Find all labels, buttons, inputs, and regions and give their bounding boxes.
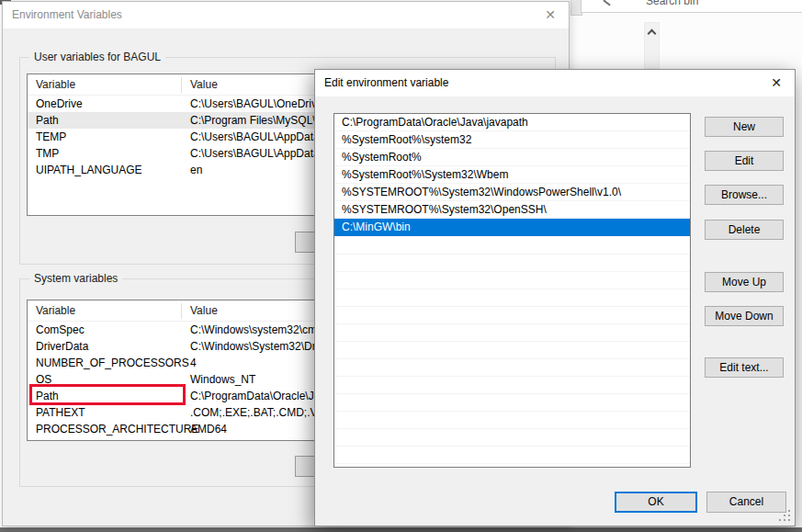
column-header-variable[interactable]: Variable xyxy=(36,300,75,321)
explorer-scrollbar[interactable] xyxy=(644,22,660,69)
ok-button[interactable]: OK xyxy=(615,492,697,513)
column-header-value[interactable]: Value xyxy=(190,300,218,321)
variable-cell[interactable]: NUMBER_OF_PROCESSORS xyxy=(36,355,189,371)
variable-cell[interactable]: PROCESSOR_ARCHITECTURE xyxy=(36,421,198,437)
variable-cell[interactable]: OneDrive xyxy=(36,96,83,112)
resize-grip[interactable] xyxy=(778,509,790,521)
move-down-button[interactable]: Move Down xyxy=(705,306,784,326)
new-button[interactable]: New xyxy=(705,117,784,137)
value-cell[interactable]: .COM;.EXE;.BAT;.CMD;.VBS xyxy=(190,404,332,421)
value-cell[interactable]: C:\Users\BAGUL\AppData\ xyxy=(190,129,322,145)
search-icon xyxy=(603,0,610,6)
variable-cell[interactable]: DriverData xyxy=(36,338,88,355)
close-icon[interactable]: ✕ xyxy=(539,6,561,25)
background-bottom-edge xyxy=(0,527,802,532)
screen: Search bin Environment Variables ✕ User … xyxy=(0,0,802,532)
cancel-button[interactable]: Cancel xyxy=(706,492,786,513)
variable-cell[interactable]: TMP xyxy=(36,145,59,162)
path-highlight-annotation xyxy=(29,384,186,405)
column-header-value[interactable]: Value xyxy=(190,74,218,95)
env-dialog-titlebar: Environment Variables ✕ xyxy=(3,2,569,28)
column-separator[interactable] xyxy=(181,303,182,319)
listbox-empty-area[interactable] xyxy=(334,237,690,467)
move-up-button[interactable]: Move Up xyxy=(705,272,784,292)
value-cell[interactable]: AMD64 xyxy=(190,421,227,437)
list-item[interactable]: %SYSTEMROOT%\System32\OpenSSH\ xyxy=(334,201,690,219)
variable-cell[interactable]: PATHEXT xyxy=(36,404,85,421)
edit-text-button[interactable]: Edit text... xyxy=(705,357,784,378)
scrollbar-up-arrow-icon[interactable] xyxy=(648,29,657,39)
list-item[interactable]: %SystemRoot% xyxy=(334,149,690,166)
variable-cell[interactable]: UIPATH_LANGUAGE xyxy=(36,162,142,178)
list-item[interactable]: C:\ProgramData\Oracle\Java\javapath xyxy=(334,114,690,131)
browse-button[interactable]: Browse... xyxy=(705,185,784,205)
variable-cell[interactable]: Path xyxy=(36,112,59,129)
value-cell[interactable]: C:\ProgramData\Oracle\Ja xyxy=(190,388,320,404)
delete-button[interactable]: Delete xyxy=(705,220,784,240)
value-cell[interactable]: 4 xyxy=(190,355,197,371)
edit-dialog-titlebar: Edit environment variable ✕ xyxy=(315,70,795,96)
value-cell[interactable]: C:\Users\BAGUL\AppData\ xyxy=(190,145,322,162)
value-cell[interactable]: C:\Windows\System32\Dr xyxy=(190,338,316,355)
value-cell[interactable]: C:\Users\BAGUL\OneDrive xyxy=(190,96,323,112)
column-header-variable[interactable]: Variable xyxy=(36,74,75,95)
value-cell[interactable]: Windows_NT xyxy=(190,371,255,388)
edit-dialog-title: Edit environment variable xyxy=(324,70,448,96)
column-separator[interactable] xyxy=(181,77,182,93)
value-cell[interactable]: C:\Windows\system32\cm xyxy=(190,322,317,338)
list-item[interactable]: %SYSTEMROOT%\System32\WindowsPowerShell\… xyxy=(334,184,690,201)
path-entries-listbox[interactable]: C:\ProgramData\Oracle\Java\javapath %Sys… xyxy=(333,113,691,468)
value-cell[interactable]: en xyxy=(190,162,202,178)
value-cell[interactable]: C:\Program Files\MySQL\M xyxy=(190,112,325,129)
explorer-search-input[interactable]: Search bin xyxy=(581,0,802,13)
system-variables-group-label: System variables xyxy=(29,272,122,285)
env-dialog-title: Environment Variables xyxy=(12,2,122,28)
user-variables-group-label: User variables for BAGUL xyxy=(29,51,165,63)
edit-environment-variable-dialog: Edit environment variable ✕ C:\ProgramDa… xyxy=(314,69,796,526)
variable-cell[interactable]: ComSpec xyxy=(36,322,85,338)
list-item-selected[interactable]: C:\MinGW\bin xyxy=(334,219,690,236)
close-icon[interactable]: ✕ xyxy=(765,74,787,93)
list-item[interactable]: %SystemRoot%\System32\Wbem xyxy=(334,166,690,184)
search-box-text: Search bin xyxy=(646,0,698,13)
edit-button[interactable]: Edit xyxy=(705,151,784,171)
list-item[interactable]: %SystemRoot%\system32 xyxy=(334,131,690,149)
variable-cell[interactable]: TEMP xyxy=(36,129,66,145)
